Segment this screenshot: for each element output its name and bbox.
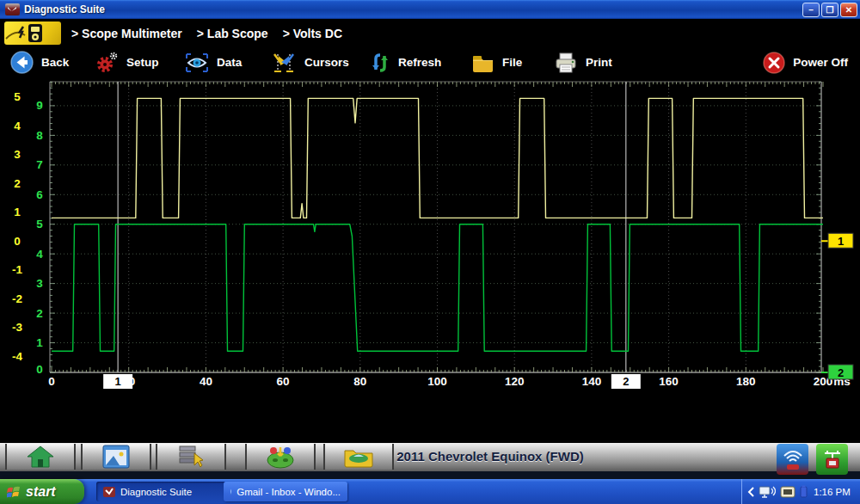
power-off-label: Power Off <box>793 56 848 69</box>
file-label: File <box>502 56 522 69</box>
wireless-adapter-icon <box>777 444 808 475</box>
scope-plot: 543210-1-2-3-498765432100204060801001201… <box>0 77 860 391</box>
svg-text:7: 7 <box>36 158 43 171</box>
transport-bar: 00:02:784 <box>0 391 860 443</box>
y-axis-labels-ch2: 9876543210 <box>36 99 43 376</box>
svg-text:2: 2 <box>14 177 21 190</box>
home-icon <box>26 445 55 469</box>
refresh-icon <box>370 51 390 75</box>
svg-text:-2: -2 <box>12 292 22 305</box>
file-button[interactable]: File <box>471 47 522 77</box>
breadcrumb-scope-multimeter[interactable]: > Scope Multimeter <box>71 27 182 40</box>
collapse-chevron-icon[interactable] <box>747 487 754 497</box>
minimize-button[interactable]: – <box>802 3 820 17</box>
cursors-icon <box>271 51 297 75</box>
svg-text:8: 8 <box>36 129 43 142</box>
waveform-ch2 <box>52 224 823 352</box>
cursors-button[interactable]: Cursors <box>271 47 349 77</box>
data-icon <box>185 52 209 73</box>
task-app-icon <box>103 487 115 497</box>
breadcrumb-volts-dc[interactable]: > Volts DC <box>283 27 342 40</box>
cursor-marker-1[interactable]: 1 <box>103 374 132 389</box>
svg-text:3: 3 <box>36 277 43 290</box>
app-icon <box>5 3 20 15</box>
clock: 1:16 PM <box>814 487 851 497</box>
scope-display: 543210-1-2-3-498765432100204060801001201… <box>0 77 860 391</box>
window-title: Diagnostic Suite <box>24 3 105 15</box>
system-tray: 1:16 PM <box>741 479 860 504</box>
gallery-button[interactable] <box>81 444 151 470</box>
svg-text:160: 160 <box>659 375 679 388</box>
svg-text:-4: -4 <box>12 350 22 363</box>
usb-device-icon <box>816 444 848 475</box>
network-monitor-icon[interactable] <box>759 485 776 499</box>
svg-text:4: 4 <box>14 120 21 132</box>
back-icon <box>10 51 34 74</box>
vehicle-bar: 2011 Chevrolet Equinox (FWD) <box>0 443 860 479</box>
svg-text:60: 60 <box>277 375 290 388</box>
y-axis-labels-ch1: 543210-1-2-3-4 <box>12 90 22 362</box>
task-diagnostic-suite[interactable]: Diagnostic Suite <box>96 482 226 501</box>
svg-text:180: 180 <box>736 375 756 388</box>
internet-explorer-icon <box>230 486 231 497</box>
title-bar: Diagnostic Suite – ❐ ✕ <box>0 0 860 19</box>
svg-text:1: 1 <box>115 375 121 388</box>
task-gmail-inbox[interactable]: Gmail - Inbox - Windo... <box>224 482 347 501</box>
cursor-marker-2[interactable]: 2 <box>611 374 641 389</box>
power-off-icon <box>763 52 785 74</box>
vehicle-title: 2011 Chevrolet Equinox (FWD) <box>292 449 688 464</box>
setup-button[interactable]: Setup <box>95 47 159 77</box>
refresh-button[interactable]: Refresh <box>370 47 441 77</box>
back-button[interactable]: Back <box>10 47 69 77</box>
close-button[interactable]: ✕ <box>840 3 857 17</box>
file-icon <box>471 52 494 73</box>
windows-logo-icon <box>7 485 21 499</box>
print-icon <box>555 52 578 74</box>
home-button[interactable] <box>5 444 76 470</box>
svg-text:-1: -1 <box>12 263 22 276</box>
svg-text:1: 1 <box>36 336 43 349</box>
refresh-label: Refresh <box>398 56 441 69</box>
restore-button[interactable]: ❐ <box>821 3 838 17</box>
breadcrumb-lab-scope[interactable]: > Lab Scope <box>197 27 268 40</box>
data-button[interactable]: Data <box>185 47 242 77</box>
svg-text:140: 140 <box>582 375 602 388</box>
print-label: Print <box>586 56 612 69</box>
diagnostic-suite-window: Diagnostic Suite – ❐ ✕ > Scope Multimete… <box>0 0 860 504</box>
scope-frame <box>50 82 832 372</box>
data-manager-button[interactable] <box>156 444 226 470</box>
svg-text:9: 9 <box>36 99 43 112</box>
data-manager-icon <box>177 445 205 469</box>
power-off-button[interactable]: Power Off <box>763 47 848 77</box>
cursors-label: Cursors <box>304 56 349 69</box>
setup-label: Setup <box>126 56 159 69</box>
task-label: Diagnostic Suite <box>120 487 192 497</box>
svg-text:2: 2 <box>36 307 43 320</box>
wireless-glyph <box>780 446 806 472</box>
start-button[interactable]: start <box>0 479 84 504</box>
setup-icon <box>95 51 119 75</box>
device-icon[interactable] <box>800 485 808 498</box>
breadcrumb: > Scope Multimeter > Lab Scope > Volts D… <box>71 27 342 40</box>
back-label: Back <box>41 56 69 69</box>
scope-grid <box>50 82 821 372</box>
scope-multimeter-icon[interactable] <box>4 22 61 45</box>
svg-text:2: 2 <box>838 366 844 379</box>
toolbar: Back Setup Data <box>0 47 860 77</box>
channel-1-zero-marker[interactable]: 1 <box>821 233 853 248</box>
gallery-icon <box>102 445 130 469</box>
taskbar: start Diagnostic Suite Gmail - Inbox - W… <box>0 479 860 504</box>
svg-text:1: 1 <box>838 235 844 248</box>
start-label: start <box>26 484 56 500</box>
svg-text:3: 3 <box>14 148 21 161</box>
svg-text:100: 100 <box>427 375 447 388</box>
display-icon[interactable] <box>780 486 796 498</box>
svg-text:5: 5 <box>36 218 43 230</box>
breadcrumb-bar: > Scope Multimeter > Lab Scope > Volts D… <box>0 19 860 47</box>
svg-text:2: 2 <box>623 375 629 388</box>
usb-glyph <box>820 446 845 472</box>
svg-text:0: 0 <box>48 375 55 388</box>
svg-text:120: 120 <box>505 375 525 388</box>
data-label: Data <box>217 56 242 69</box>
print-button[interactable]: Print <box>555 47 612 77</box>
